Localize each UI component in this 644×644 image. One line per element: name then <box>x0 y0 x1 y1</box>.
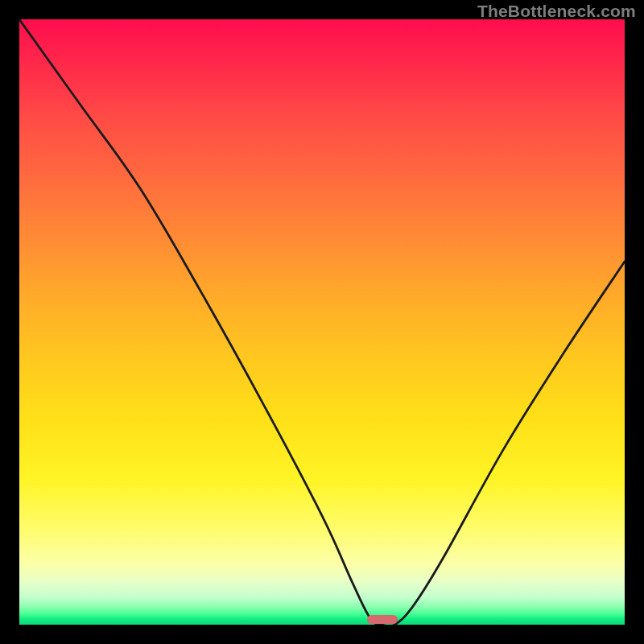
plot-area <box>19 19 625 625</box>
watermark-text: TheBottleneck.com <box>477 2 636 21</box>
bottleneck-curve <box>19 19 625 625</box>
chart-frame: TheBottleneck.com <box>0 0 644 644</box>
optimal-marker <box>367 615 398 624</box>
